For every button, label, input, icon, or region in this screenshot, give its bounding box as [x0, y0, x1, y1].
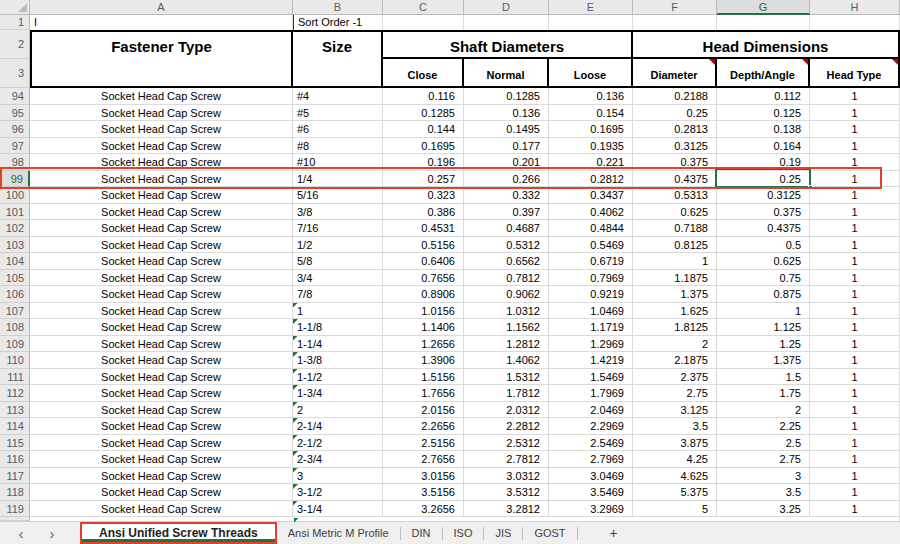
row-header-108[interactable]: 108: [0, 319, 30, 336]
cell-H107[interactable]: 1: [810, 303, 900, 320]
sheet-tab-din[interactable]: DIN: [401, 522, 442, 544]
cell-B109[interactable]: 1-1/4: [293, 336, 383, 353]
cell-C113[interactable]: 2.0156: [383, 402, 464, 419]
cell-A117[interactable]: Socket Head Cap Screw: [30, 468, 293, 485]
cell-E114[interactable]: 2.2969: [549, 418, 633, 435]
cell-F106[interactable]: 1.375: [633, 286, 717, 303]
cell-B100[interactable]: 5/16: [293, 187, 383, 204]
cell-A96[interactable]: Socket Head Cap Screw: [30, 121, 293, 138]
column-header-G[interactable]: G: [717, 0, 810, 15]
row-header-107[interactable]: 107: [0, 303, 30, 320]
cell-B101[interactable]: 3/8: [293, 204, 383, 221]
cell-H109[interactable]: 1: [810, 336, 900, 353]
cell-G109[interactable]: 1.25: [717, 336, 810, 353]
cell-C116[interactable]: 2.7656: [383, 451, 464, 468]
cell-B112[interactable]: 1-3/4: [293, 385, 383, 402]
row-header-110[interactable]: 110: [0, 352, 30, 369]
cell-C3-close-header[interactable]: Close: [383, 59, 464, 88]
cell-C102[interactable]: 0.4531: [383, 220, 464, 237]
cell-C97[interactable]: 0.1695: [383, 138, 464, 155]
cell-B94[interactable]: #4: [293, 88, 383, 105]
cell-D108[interactable]: 1.1562: [464, 319, 549, 336]
cell-G105[interactable]: 0.75: [717, 270, 810, 287]
cell-F97[interactable]: 0.3125: [633, 138, 717, 155]
cell-A119[interactable]: Socket Head Cap Screw: [30, 501, 293, 518]
cell-E1[interactable]: [549, 15, 633, 30]
cell-A1[interactable]: I: [30, 15, 293, 30]
cell-F98[interactable]: 0.375: [633, 154, 717, 171]
row-header-120-partial[interactable]: [0, 517, 30, 521]
cell-D117[interactable]: 3.0312: [464, 468, 549, 485]
column-header-D[interactable]: D: [464, 0, 549, 15]
cell-H96[interactable]: 1: [810, 121, 900, 138]
cell-H118[interactable]: 1: [810, 484, 900, 501]
cell-E96[interactable]: 0.1695: [549, 121, 633, 138]
cell-F113[interactable]: 3.125: [633, 402, 717, 419]
cell-C118[interactable]: 3.5156: [383, 484, 464, 501]
cell-G108[interactable]: 1.125: [717, 319, 810, 336]
cell-G113[interactable]: 2: [717, 402, 810, 419]
cell-E100[interactable]: 0.3437: [549, 187, 633, 204]
sheet-tab-iso[interactable]: ISO: [443, 522, 484, 544]
cell-F110[interactable]: 2.1875: [633, 352, 717, 369]
cell-D107[interactable]: 1.0312: [464, 303, 549, 320]
row-header-114[interactable]: 114: [0, 418, 30, 435]
cell-D104[interactable]: 0.6562: [464, 253, 549, 270]
cell-H115[interactable]: 1: [810, 435, 900, 452]
cell-C99[interactable]: 0.257: [383, 171, 464, 188]
cell-H1[interactable]: [810, 15, 900, 30]
cell-H101[interactable]: 1: [810, 204, 900, 221]
cell-D101[interactable]: 0.397: [464, 204, 549, 221]
partial-row-120[interactable]: [30, 517, 900, 521]
cell-E105[interactable]: 0.7969: [549, 270, 633, 287]
cell-F103[interactable]: 0.8125: [633, 237, 717, 254]
row-header-117[interactable]: 117: [0, 468, 30, 485]
column-header-E[interactable]: E: [549, 0, 633, 15]
row-header-118[interactable]: 118: [0, 484, 30, 501]
cell-A108[interactable]: Socket Head Cap Screw: [30, 319, 293, 336]
cell-C110[interactable]: 1.3906: [383, 352, 464, 369]
cell-F94[interactable]: 0.2188: [633, 88, 717, 105]
cell-H3-head-type-header[interactable]: Head Type: [810, 59, 900, 88]
cell-A115[interactable]: Socket Head Cap Screw: [30, 435, 293, 452]
cell-D103[interactable]: 0.5312: [464, 237, 549, 254]
cell-A94[interactable]: Socket Head Cap Screw: [30, 88, 293, 105]
cell-H99[interactable]: 1: [810, 171, 900, 188]
column-header-A[interactable]: A: [30, 0, 293, 15]
cell-A118[interactable]: Socket Head Cap Screw: [30, 484, 293, 501]
cell-F117[interactable]: 4.625: [633, 468, 717, 485]
cell-B115[interactable]: 2-1/2: [293, 435, 383, 452]
row-header-113[interactable]: 113: [0, 402, 30, 419]
cell-A102[interactable]: Socket Head Cap Screw: [30, 220, 293, 237]
cell-C106[interactable]: 0.8906: [383, 286, 464, 303]
cell-D116[interactable]: 2.7812: [464, 451, 549, 468]
cell-E108[interactable]: 1.1719: [549, 319, 633, 336]
cell-F99[interactable]: 0.4375: [633, 171, 717, 188]
cell-B98[interactable]: #10: [293, 154, 383, 171]
cell-G118[interactable]: 3.5: [717, 484, 810, 501]
cell-D114[interactable]: 2.2812: [464, 418, 549, 435]
cell-G112[interactable]: 1.75: [717, 385, 810, 402]
cell-E118[interactable]: 3.5469: [549, 484, 633, 501]
cell-H98[interactable]: 1: [810, 154, 900, 171]
cell-E102[interactable]: 0.4844: [549, 220, 633, 237]
cell-B117[interactable]: 3: [293, 468, 383, 485]
cell-E112[interactable]: 1.7969: [549, 385, 633, 402]
row-header-105[interactable]: 105: [0, 270, 30, 287]
cell-B105[interactable]: 3/4: [293, 270, 383, 287]
cell-G3-depth-angle-header[interactable]: Depth/Angle: [717, 59, 810, 88]
cell-B95[interactable]: #5: [293, 105, 383, 122]
cell-B119[interactable]: 3-1/4: [293, 501, 383, 518]
cell-A112[interactable]: Socket Head Cap Screw: [30, 385, 293, 402]
cell-C111[interactable]: 1.5156: [383, 369, 464, 386]
cell-B111[interactable]: 1-1/2: [293, 369, 383, 386]
cell-C95[interactable]: 0.1285: [383, 105, 464, 122]
cell-B99[interactable]: 1/4: [293, 171, 383, 188]
sheet-tab-ansi-unified-screw-threads[interactable]: Ansi Unified Screw Threads: [80, 522, 277, 544]
cell-D106[interactable]: 0.9062: [464, 286, 549, 303]
cell-G110[interactable]: 1.375: [717, 352, 810, 369]
row-header-112[interactable]: 112: [0, 385, 30, 402]
row-header-111[interactable]: 111: [0, 369, 30, 386]
cell-H112[interactable]: 1: [810, 385, 900, 402]
cell-C98[interactable]: 0.196: [383, 154, 464, 171]
